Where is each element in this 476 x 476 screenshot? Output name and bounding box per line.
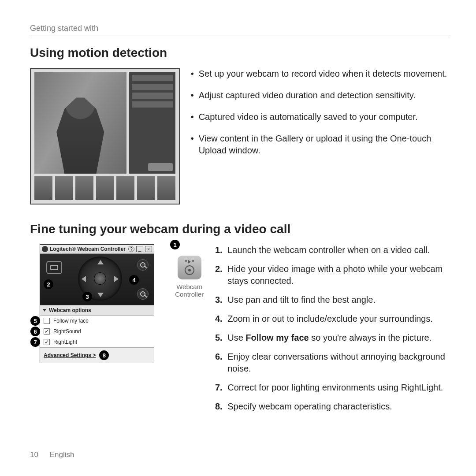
page-number: 10 xyxy=(30,450,48,459)
help-icon[interactable]: ? xyxy=(128,246,134,252)
close-button[interactable]: × xyxy=(145,246,152,252)
webcam-options-header[interactable]: Webcam options xyxy=(40,305,154,316)
step: Use Follow my face so you're always in t… xyxy=(225,332,450,344)
callout-1: 1 xyxy=(170,240,180,249)
webcam-controller-launcher: Webcam Controller xyxy=(175,256,204,420)
window-titlebar[interactable]: Logitech® Webcam Controller ? _ × xyxy=(40,245,154,254)
callout-7: 7 xyxy=(30,337,40,347)
minimize-button[interactable]: _ xyxy=(136,246,143,252)
option-follow-my-face[interactable]: 5 Follow my face xyxy=(40,316,154,326)
callout-2: 2 xyxy=(44,279,53,289)
zoom-out-button[interactable] xyxy=(137,288,149,300)
hide-video-button[interactable] xyxy=(46,261,62,274)
page-language: English xyxy=(50,450,74,459)
callout-4: 4 xyxy=(129,275,139,285)
advanced-settings-link[interactable]: Advanced Settings > 8 xyxy=(40,347,154,363)
checkbox-icon[interactable]: ✓ xyxy=(44,339,50,345)
section1-bullets: Set up your webcam to record video when … xyxy=(191,68,450,205)
webcam-options-label: Webcam options xyxy=(49,307,91,313)
step: Enjoy clear conversations without annoyi… xyxy=(225,351,450,375)
bullet: Captured video is automatically saved to… xyxy=(191,111,450,123)
checkbox-icon[interactable] xyxy=(44,318,50,324)
option-label: RightSound xyxy=(53,328,81,335)
section2-steps: Launch the webcam controller when on a v… xyxy=(212,244,450,420)
running-header: Getting started with xyxy=(30,24,450,36)
section-fine-tuning: 1 Logitech® Webcam Controller ? _ × xyxy=(30,244,450,420)
option-rightlight[interactable]: 7 ✓ RightLight xyxy=(40,337,154,347)
pan-left-icon[interactable] xyxy=(82,276,86,282)
callout-5: 5 xyxy=(30,316,40,326)
webcam-controller-icon[interactable] xyxy=(178,256,201,279)
tilt-down-icon[interactable] xyxy=(97,293,104,297)
app-logo-icon xyxy=(42,246,48,252)
option-rightsound[interactable]: 6 ✓ RightSound xyxy=(40,326,154,337)
section2-title: Fine tuning your webcam during a video c… xyxy=(30,222,450,236)
step: Launch the webcam controller when on a v… xyxy=(225,244,450,256)
webcam-controller-window: Logitech® Webcam Controller ? _ × 2 3 xyxy=(40,244,154,363)
page-footer: 10 English xyxy=(30,450,74,459)
checkbox-icon[interactable]: ✓ xyxy=(44,328,50,335)
webcam-controller-caption: Webcam Controller xyxy=(175,283,204,298)
tilt-up-icon[interactable] xyxy=(97,260,104,264)
option-label: RightLight xyxy=(53,339,77,345)
step: Specify webcam operating characteristics… xyxy=(225,401,450,413)
pan-right-icon[interactable] xyxy=(114,276,119,282)
pad-center[interactable] xyxy=(94,272,106,285)
figure-motion-detection-app xyxy=(30,68,180,205)
callout-3: 3 xyxy=(82,292,92,301)
bullet: Set up your webcam to record video when … xyxy=(191,68,450,80)
callout-6: 6 xyxy=(30,327,40,336)
window-title: Logitech® Webcam Controller xyxy=(50,246,126,252)
callout-8: 8 xyxy=(99,350,109,360)
step: Zoom in or out to include/exclude your s… xyxy=(225,313,450,325)
bullet: View content in the Gallery or upload it… xyxy=(191,133,450,156)
step: Correct for poor lighting environments u… xyxy=(225,382,450,394)
step: Hide your video image with a photo while… xyxy=(225,263,450,287)
bullet: Adjust captured video duration and detec… xyxy=(191,89,450,101)
chevron-down-icon xyxy=(43,309,46,312)
figure-settings-panel xyxy=(129,72,175,174)
figure-thumbnail-strip xyxy=(34,176,175,200)
section-motion-detection: Set up your webcam to record video when … xyxy=(30,68,450,205)
option-label: Follow my face xyxy=(53,318,89,324)
zoom-in-button[interactable] xyxy=(137,259,149,271)
section1-title: Using motion detection xyxy=(30,46,450,60)
controller-pad-area: 2 3 4 xyxy=(40,254,154,305)
step: Use pan and tilt to find the best angle. xyxy=(225,294,450,306)
figure-video-preview xyxy=(34,72,126,174)
advanced-settings-label: Advanced Settings > xyxy=(44,352,96,358)
